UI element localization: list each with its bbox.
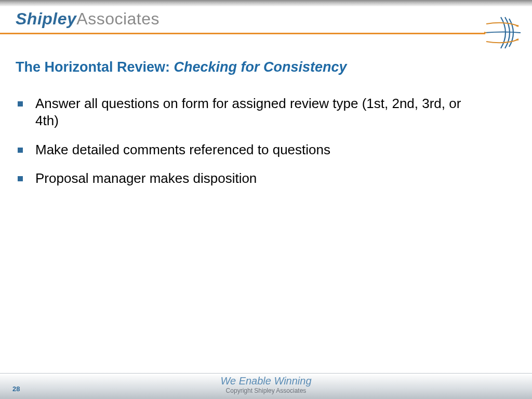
brand-secondary: Associates bbox=[76, 9, 159, 28]
footer-bar: 28 We Enable Winning Copyright Shipley A… bbox=[0, 373, 532, 399]
brand-primary: Shipley bbox=[16, 9, 76, 28]
orange-divider bbox=[0, 33, 485, 34]
list-item: Make detailed comments referenced to que… bbox=[18, 141, 475, 158]
footer-center: We Enable Winning Copyright Shipley Asso… bbox=[220, 376, 311, 394]
footer-tagline: We Enable Winning bbox=[220, 376, 311, 387]
title-emphasis: Checking for Consistency bbox=[174, 59, 347, 75]
globe-icon bbox=[481, 15, 522, 51]
list-item: Proposal manager makes disposition bbox=[18, 170, 475, 187]
title-prefix: The Horizontal Review: bbox=[16, 59, 174, 75]
page-number: 28 bbox=[12, 385, 20, 393]
bullet-list: Answer all questions on form for assigne… bbox=[18, 95, 532, 187]
slide-title: The Horizontal Review: Checking for Cons… bbox=[16, 59, 532, 75]
list-item: Answer all questions on form for assigne… bbox=[18, 95, 475, 130]
header-gradient-bar bbox=[0, 0, 532, 6]
footer-copyright: Copyright Shipley Associates bbox=[220, 387, 311, 394]
brand-logo: ShipleyAssociates bbox=[0, 6, 532, 30]
